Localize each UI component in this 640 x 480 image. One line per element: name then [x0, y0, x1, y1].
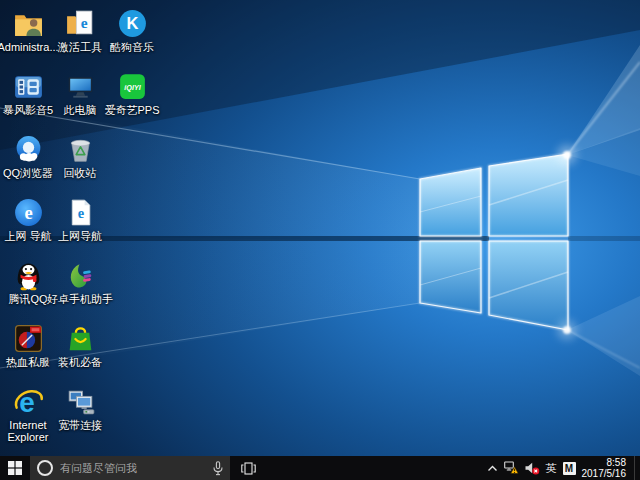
- desktop-icon-shangwang-daohang[interactable]: e 上网 导航: [2, 193, 54, 256]
- desktop-icon-label: 爱奇艺PPS: [96, 104, 168, 116]
- task-view-icon: [241, 462, 256, 475]
- desktop-icon-haozhuo-assistant[interactable]: 好卓手机助手: [54, 256, 106, 319]
- this-pc-icon: [64, 70, 97, 103]
- desktop-icon-label: 回收站: [44, 167, 116, 179]
- microphone-icon[interactable]: [213, 461, 223, 476]
- desktop-icon-baofeng[interactable]: 暴风影音5: [2, 67, 54, 130]
- user-folder-icon: [12, 7, 45, 40]
- desktop-icon-qq-browser[interactable]: QQ浏览器: [2, 130, 54, 193]
- internet-explorer-icon: e: [12, 385, 45, 418]
- start-button[interactable]: [0, 456, 30, 480]
- nav-globe-e-icon: e: [12, 196, 45, 229]
- qq-browser-icon: [12, 133, 45, 166]
- tencent-qq-icon: [12, 259, 45, 292]
- search-placeholder: 有问题尽管问我: [60, 461, 206, 476]
- desktop-icon-label: 酷狗音乐: [96, 41, 168, 53]
- desktop-icon-internet-explorer[interactable]: e Internet Explorer: [2, 382, 54, 445]
- language-indicator[interactable]: 英: [546, 461, 557, 476]
- nav-doc-e-icon: e: [64, 196, 97, 229]
- clock-time: 8:58: [607, 457, 626, 468]
- desktop-icon-activation-tool[interactable]: e 激活工具: [54, 4, 106, 67]
- cortana-search-box[interactable]: 有问题尽管问我: [30, 456, 230, 480]
- haozhuo-assistant-icon: [64, 259, 97, 292]
- svg-text:e: e: [24, 202, 32, 223]
- hidden-icons-chevron-icon[interactable]: [487, 465, 498, 472]
- svg-text:K: K: [126, 14, 138, 32]
- desktop-icon-broadband[interactable]: 宽带连接: [54, 382, 106, 445]
- activation-folder-icon: e: [64, 7, 97, 40]
- desktop-icon-iqiyi-pps[interactable]: iQIYI 爱奇艺PPS: [106, 67, 158, 130]
- desktop-icon-tencent-qq[interactable]: 腾讯QQ: [2, 256, 54, 319]
- clock-date: 2017/5/16: [582, 468, 627, 479]
- windows-logo-icon: [8, 461, 22, 475]
- baofeng-player-icon: [12, 70, 45, 103]
- kugou-music-icon: K: [116, 7, 149, 40]
- desktop[interactable]: Administra... 暴风影音5: [0, 0, 640, 456]
- recycle-bin-icon: [64, 133, 97, 166]
- desktop-icon-kugou[interactable]: K 酷狗音乐: [106, 4, 158, 67]
- ime-mode-badge[interactable]: M: [563, 462, 576, 475]
- svg-text:iQIYI: iQIYI: [124, 83, 141, 92]
- desktop-icon-label: 装机必备: [44, 356, 116, 368]
- svg-text:e: e: [80, 14, 87, 31]
- volume-muted-icon[interactable]: [525, 462, 540, 475]
- desktop-icon-software-bag[interactable]: 装机必备: [54, 319, 106, 382]
- desktop-icon-rexue-game[interactable]: 热血私服: [2, 319, 54, 382]
- svg-text:e: e: [77, 205, 84, 221]
- desktop-icon-this-pc[interactable]: 此电脑: [54, 67, 106, 130]
- network-status-icon[interactable]: [504, 461, 519, 475]
- desktop-icon-label: 上网导航: [44, 230, 116, 242]
- software-bag-icon: [64, 322, 97, 355]
- cortana-icon: [37, 460, 53, 476]
- desktop-icon-recycle-bin[interactable]: 回收站: [54, 130, 106, 193]
- show-desktop-button[interactable]: [634, 456, 640, 480]
- iqiyi-pps-icon: iQIYI: [116, 70, 149, 103]
- task-view-button[interactable]: [237, 456, 259, 480]
- desktop-icon-shangwang-daohang-doc[interactable]: e 上网导航: [54, 193, 106, 256]
- taskbar: 有问题尽管问我: [0, 456, 640, 480]
- broadband-connection-icon: [64, 385, 97, 418]
- desktop-icon-grid: Administra... 暴风影音5: [2, 4, 158, 445]
- system-tray: 英 M 8:58 2017/5/16: [487, 456, 640, 480]
- desktop-icon-label: 好卓手机助手: [44, 293, 116, 305]
- rexue-game-icon: [12, 322, 45, 355]
- taskbar-clock[interactable]: 8:58 2017/5/16: [582, 457, 629, 479]
- desktop-icon-label: 宽带连接: [44, 419, 116, 431]
- desktop-icon-administrator[interactable]: Administra...: [2, 4, 54, 67]
